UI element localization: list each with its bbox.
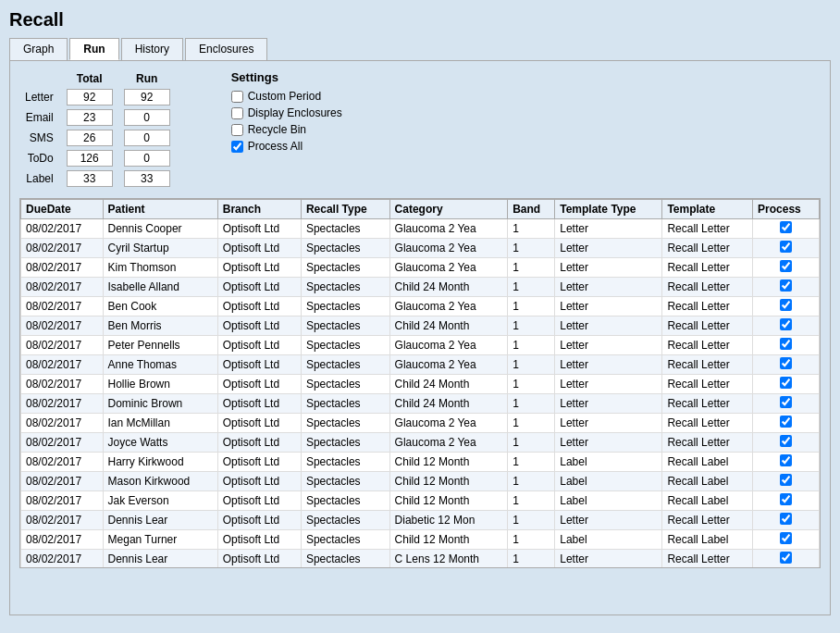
process-checkbox[interactable]	[780, 435, 792, 447]
process-checkbox[interactable]	[780, 260, 792, 272]
stats-total-input[interactable]	[67, 170, 113, 187]
settings-option-label: Process All	[248, 140, 303, 153]
table-cell: 08/02/2017	[21, 453, 104, 472]
table-cell: Optisoft Ltd	[217, 316, 301, 336]
process-cell	[753, 453, 820, 472]
process-checkbox[interactable]	[780, 299, 792, 311]
tab-history[interactable]: History	[121, 38, 183, 60]
process-checkbox[interactable]	[780, 377, 792, 389]
process-checkbox[interactable]	[780, 454, 792, 466]
stats-total-input[interactable]	[67, 89, 113, 106]
table-cell: Recall Label	[662, 530, 753, 550]
settings-checkbox[interactable]	[231, 124, 243, 136]
process-checkbox[interactable]	[780, 513, 792, 525]
tab-enclosures[interactable]: Enclosures	[185, 38, 267, 60]
process-checkbox[interactable]	[780, 279, 792, 292]
process-cell	[753, 375, 820, 394]
table-cell: Hollie Brown	[103, 375, 217, 394]
process-checkbox[interactable]	[780, 532, 792, 544]
process-cell	[753, 336, 820, 355]
process-checkbox[interactable]	[780, 493, 792, 505]
table-cell: Optisoft Ltd	[217, 511, 301, 530]
table-cell: Letter	[555, 375, 662, 394]
process-checkbox[interactable]	[780, 552, 792, 564]
stats-run-input[interactable]	[124, 89, 170, 106]
settings-option[interactable]: Process All	[231, 140, 342, 153]
stats-run-input[interactable]	[124, 150, 170, 167]
stats-total-input[interactable]	[67, 150, 113, 167]
process-checkbox[interactable]	[780, 338, 792, 350]
table-cell: Glaucoma 2 Yea	[389, 336, 508, 355]
table-row: 08/02/2017Harry KirkwoodOptisoft LtdSpec…	[21, 453, 820, 472]
process-checkbox[interactable]	[780, 221, 792, 233]
table-row: 08/02/2017Ben CookOptisoft LtdSpectacles…	[21, 297, 820, 316]
table-cell: 1	[508, 316, 555, 336]
process-cell	[753, 414, 820, 433]
table-cell: Recall Letter	[662, 297, 753, 316]
settings-title: Settings	[231, 70, 342, 84]
settings-checkbox[interactable]	[231, 91, 243, 103]
table-header-cell: Patient	[103, 200, 217, 219]
stats-row: Email	[19, 107, 176, 128]
stats-run-input[interactable]	[124, 130, 170, 146]
process-checkbox[interactable]	[780, 357, 792, 369]
table-cell: Spectacles	[301, 472, 389, 491]
stats-label: Label	[19, 168, 61, 189]
tab-graph[interactable]: Graph	[9, 38, 68, 60]
table-cell: 1	[508, 394, 555, 414]
table-cell: 08/02/2017	[21, 530, 104, 550]
process-checkbox[interactable]	[780, 416, 792, 428]
table-cell: 1	[508, 491, 555, 511]
table-cell: Optisoft Ltd	[217, 375, 301, 394]
process-checkbox[interactable]	[780, 474, 792, 486]
settings-option[interactable]: Display Enclosures	[231, 106, 342, 119]
settings-option[interactable]: Custom Period	[231, 90, 342, 103]
table-cell: 1	[508, 472, 555, 491]
settings-checkbox[interactable]	[231, 141, 243, 153]
stats-label: SMS	[19, 128, 61, 148]
table-cell: 1	[508, 433, 555, 453]
table-cell: Spectacles	[301, 491, 389, 511]
stats-label: Letter	[19, 87, 61, 107]
table-cell: Recall Label	[662, 491, 753, 511]
table-cell: Spectacles	[301, 375, 389, 394]
process-checkbox[interactable]	[780, 318, 792, 330]
table-cell: Spectacles	[301, 355, 389, 375]
stats-run-input[interactable]	[124, 170, 170, 187]
table-cell: Letter	[555, 433, 662, 453]
stats-total-input[interactable]	[67, 109, 113, 126]
table-cell: Spectacles	[301, 278, 389, 297]
table-cell: Diabetic 12 Mon	[389, 511, 508, 530]
process-cell	[753, 219, 820, 239]
process-checkbox[interactable]	[780, 241, 792, 253]
table-cell: Label	[555, 530, 662, 550]
settings-checkbox[interactable]	[231, 107, 243, 119]
table-cell: 1	[508, 258, 555, 278]
table-cell: Recall Label	[662, 453, 753, 472]
tab-bar: Graph Run History Enclosures	[9, 38, 831, 60]
table-cell: Optisoft Ltd	[217, 258, 301, 278]
table-cell: Recall Letter	[662, 316, 753, 336]
table-cell: Optisoft Ltd	[217, 394, 301, 414]
stats-table: Total Run Letter Email SMS ToDo Label	[19, 70, 176, 189]
table-cell: Recall Letter	[662, 414, 753, 433]
table-cell: Spectacles	[301, 433, 389, 453]
process-cell	[753, 530, 820, 550]
table-cell: Jak Everson	[103, 491, 217, 511]
settings-option[interactable]: Recycle Bin	[231, 123, 342, 136]
process-checkbox[interactable]	[780, 396, 792, 408]
table-cell: Label	[555, 453, 662, 472]
stats-run-input[interactable]	[124, 109, 170, 126]
tab-run[interactable]: Run	[69, 38, 118, 60]
table-cell: Spectacles	[301, 511, 389, 530]
table-row: 08/02/2017Ben MorrisOptisoft LtdSpectacl…	[21, 316, 820, 336]
table-cell: 08/02/2017	[21, 239, 104, 258]
main-panel: Total Run Letter Email SMS ToDo Label Se…	[9, 60, 831, 615]
table-cell: 08/02/2017	[21, 297, 104, 316]
data-table-wrapper: DueDatePatientBranchRecall TypeCategoryB…	[19, 198, 821, 568]
table-cell: Letter	[555, 336, 662, 355]
stats-total-input[interactable]	[67, 130, 113, 146]
table-cell: 08/02/2017	[21, 433, 104, 453]
table-cell: 08/02/2017	[21, 550, 104, 569]
table-cell: 1	[508, 239, 555, 258]
